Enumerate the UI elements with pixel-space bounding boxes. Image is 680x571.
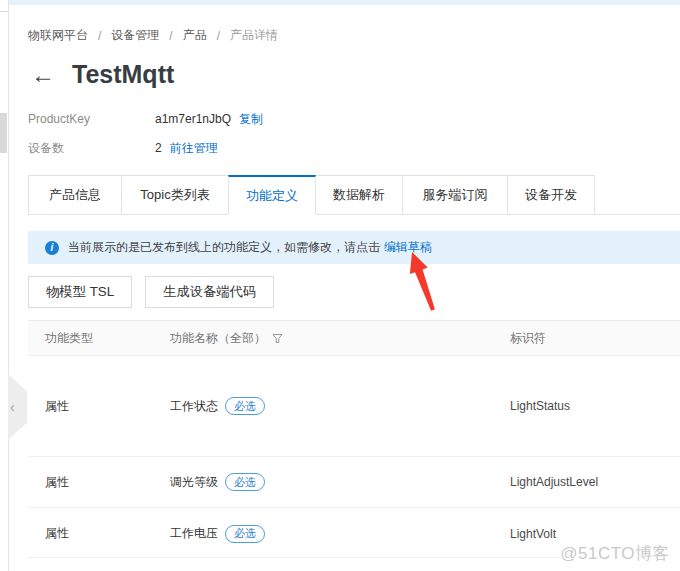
generate-device-code-button[interactable]: 生成设备端代码: [145, 276, 274, 308]
required-badge[interactable]: 必选: [225, 525, 265, 543]
top-accent-strip: [9, 0, 680, 5]
device-count-row: 设备数 2 前往管理: [28, 138, 263, 158]
filter-funnel-icon[interactable]: [272, 333, 283, 344]
breadcrumb-item-platform[interactable]: 物联网平台: [28, 27, 88, 44]
banner-text: 当前展示的是已发布到线上的功能定义，如需修改，请点击: [68, 239, 380, 256]
watermark: @51CTO博客: [560, 542, 670, 565]
column-header-identifier: 标识符: [510, 330, 680, 347]
row-name-cell: 工作状态 必选: [170, 397, 510, 415]
chevron-left-icon: ‹: [10, 400, 15, 414]
row-identifier: LightStatus: [510, 399, 680, 413]
column-header-type: 功能类型: [28, 330, 170, 347]
tab-server-subscribe[interactable]: 服务端订阅: [402, 175, 508, 215]
panel-collapse-handle[interactable]: ‹: [8, 374, 27, 440]
table-bottom-divider: [28, 557, 560, 558]
row-name: 调光等级: [170, 474, 218, 491]
breadcrumb-item-device-mgmt[interactable]: 设备管理: [111, 27, 159, 44]
page-header: ← TestMqtt: [31, 60, 174, 89]
device-count-label: 设备数: [28, 140, 155, 157]
tab-topic-list[interactable]: Topic类列表: [121, 175, 229, 215]
back-arrow-icon[interactable]: ←: [31, 63, 55, 87]
row-name: 工作电压: [170, 525, 218, 542]
row-type: 属性: [28, 398, 170, 415]
tab-product-info[interactable]: 产品信息: [28, 175, 122, 215]
breadcrumb: 物联网平台 / 设备管理 / 产品 / 产品详情: [28, 27, 278, 44]
row-type: 属性: [28, 525, 170, 542]
product-detail-page: ‹ 物联网平台 / 设备管理 / 产品 / 产品详情 ← TestMqtt Pr…: [0, 0, 680, 571]
collapsed-sidebar-edge: [0, 0, 9, 571]
product-meta: ProductKey a1m7er1nJbQ 复制 设备数 2 前往管理: [28, 109, 263, 158]
productkey-label: ProductKey: [28, 112, 155, 126]
table-body: 属性 工作状态 必选 LightStatus 属性 调光等级 必选 LightA…: [28, 356, 680, 559]
column-header-name-label: 功能名称（全部）: [170, 330, 266, 347]
column-header-name: 功能名称（全部）: [170, 330, 510, 347]
tab-feature-definition[interactable]: 功能定义: [228, 175, 316, 215]
breadcrumb-item-product[interactable]: 产品: [183, 27, 207, 44]
table-row[interactable]: 属性 调光等级 必选 LightAdjustLevel: [28, 457, 680, 508]
edit-draft-link[interactable]: 编辑草稿: [384, 239, 432, 256]
breadcrumb-current: 产品详情: [230, 27, 278, 44]
scrollbar-thumb[interactable]: [0, 113, 7, 153]
row-name-cell: 工作电压 必选: [170, 525, 510, 543]
productkey-value: a1m7er1nJbQ: [155, 112, 231, 126]
tab-device-dev[interactable]: 设备开发: [507, 175, 595, 215]
productkey-row: ProductKey a1m7er1nJbQ 复制: [28, 109, 263, 129]
tab-bar-filler: [595, 175, 680, 215]
row-identifier: LightVolt: [510, 527, 680, 541]
device-count-value: 2: [155, 141, 162, 155]
row-name: 工作状态: [170, 398, 218, 415]
breadcrumb-separator: /: [98, 29, 101, 43]
row-name-cell: 调光等级 必选: [170, 473, 510, 491]
page-title: TestMqtt: [72, 60, 174, 89]
toolbar: 物模型 TSL 生成设备端代码: [28, 276, 274, 308]
table-header: 功能类型 功能名称（全部） 标识符: [28, 320, 680, 356]
required-badge[interactable]: 必选: [225, 473, 265, 491]
info-icon: i: [45, 241, 59, 255]
sidebar-divider: [0, 11, 8, 12]
row-identifier: LightAdjustLevel: [510, 475, 680, 489]
manage-devices-link[interactable]: 前往管理: [170, 140, 218, 157]
breadcrumb-separator: /: [217, 29, 220, 43]
required-badge[interactable]: 必选: [225, 397, 265, 415]
table-row[interactable]: 属性 工作状态 必选 LightStatus: [28, 356, 680, 457]
tsl-model-button[interactable]: 物模型 TSL: [28, 276, 132, 308]
tab-data-parsing[interactable]: 数据解析: [315, 175, 403, 215]
breadcrumb-separator: /: [169, 29, 172, 43]
tab-bar: 产品信息 Topic类列表 功能定义 数据解析 服务端订阅 设备开发: [28, 175, 680, 215]
info-banner: i 当前展示的是已发布到线上的功能定义，如需修改，请点击 编辑草稿: [28, 231, 680, 264]
row-type: 属性: [28, 474, 170, 491]
copy-link[interactable]: 复制: [239, 111, 263, 128]
